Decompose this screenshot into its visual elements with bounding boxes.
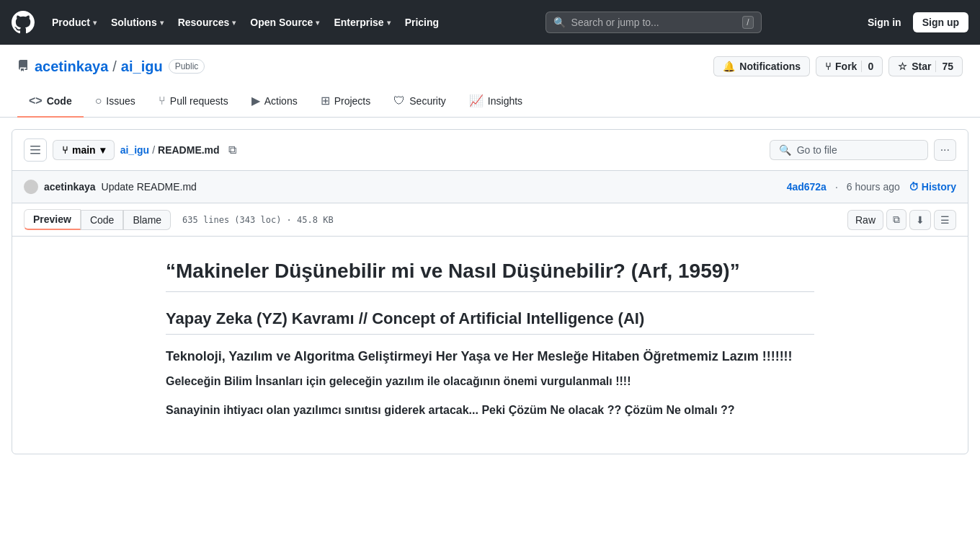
chevron-down-icon: ▾ bbox=[100, 144, 105, 156]
fork-button[interactable]: ⑂ Fork 0 bbox=[816, 56, 883, 76]
history-link[interactable]: ⏱ History bbox=[909, 181, 956, 193]
notifications-button[interactable]: 🔔 Notifications bbox=[713, 56, 810, 76]
code-button[interactable]: Code bbox=[81, 210, 123, 230]
tab-code-label: Code bbox=[47, 95, 72, 107]
branch-name: main bbox=[72, 144, 96, 156]
tab-security[interactable]: 🛡 Security bbox=[382, 85, 458, 118]
tab-security-label: Security bbox=[409, 95, 446, 107]
repo-tabs: <> Code ○ Issues ⑂ Pull requests ▶ Actio… bbox=[17, 85, 963, 117]
file-repo-link[interactable]: ai_igu bbox=[120, 144, 149, 156]
fork-label: Fork bbox=[835, 61, 857, 72]
history-label: History bbox=[922, 181, 956, 193]
repo-content: ⑂ main ▾ ai_igu / README.md ⧉ 🔍 Go to fi… bbox=[12, 129, 968, 454]
sidebar-toggle[interactable] bbox=[24, 138, 47, 162]
content-area: ⑂ main ▾ ai_igu / README.md ⧉ 🔍 Go to fi… bbox=[0, 118, 980, 551]
commit-message: Update README.md bbox=[102, 181, 197, 193]
top-navigation: Product ▾ Solutions ▾ Resources ▾ Open S… bbox=[0, 0, 980, 45]
star-count[interactable]: 75 bbox=[935, 61, 953, 72]
notifications-label: Notifications bbox=[739, 61, 801, 72]
star-button[interactable]: ☆ Star 75 bbox=[888, 56, 963, 76]
code-toolbar: Preview Code Blame 635 lines (343 loc) ·… bbox=[12, 203, 968, 237]
branch-icon: ⑂ bbox=[62, 144, 68, 156]
chevron-down-icon: ▾ bbox=[316, 19, 319, 27]
search-shortcut: / bbox=[742, 16, 753, 29]
search-icon: 🔍 bbox=[779, 144, 791, 156]
copy-raw-button[interactable]: ⧉ bbox=[886, 209, 906, 230]
tab-actions-label: Actions bbox=[264, 95, 298, 107]
tab-issues[interactable]: ○ Issues bbox=[84, 85, 147, 118]
search-input[interactable] bbox=[571, 17, 737, 28]
auth-buttons: Sign in Sign up bbox=[862, 12, 968, 32]
actions-icon: ▶ bbox=[251, 94, 260, 107]
commit-row: acetinkaya Update README.md 4ad672a · 6 … bbox=[12, 171, 968, 203]
fork-count[interactable]: 0 bbox=[861, 61, 873, 72]
commit-author[interactable]: acetinkaya bbox=[44, 181, 96, 193]
star-icon: ☆ bbox=[898, 61, 907, 72]
nav-pricing-label: Pricing bbox=[405, 17, 439, 28]
nav-pricing[interactable]: Pricing bbox=[399, 12, 445, 32]
commit-time-label: 6 hours ago bbox=[847, 181, 900, 193]
branch-selector[interactable]: ⑂ main ▾ bbox=[53, 140, 115, 160]
nav-enterprise-label: Enterprise bbox=[334, 17, 383, 28]
readme-p1: Geleceğin Bilim İnsanları için geleceğin… bbox=[166, 373, 814, 390]
sign-up-button[interactable]: Sign up bbox=[913, 12, 968, 32]
nav-resources-label: Resources bbox=[178, 17, 230, 28]
blame-button[interactable]: Blame bbox=[123, 210, 171, 230]
history-icon: ⏱ bbox=[909, 181, 919, 193]
more-options-button[interactable]: ··· bbox=[934, 139, 956, 161]
copy-path-button[interactable]: ⧉ bbox=[226, 142, 239, 158]
repo-header: acetinkaya / ai_igu Public 🔔 Notificatio… bbox=[0, 45, 980, 118]
tab-pr-label: Pull requests bbox=[170, 95, 228, 107]
tab-code[interactable]: <> Code bbox=[17, 85, 84, 118]
nav-solutions[interactable]: Solutions ▾ bbox=[105, 12, 169, 32]
search-icon: 🔍 bbox=[553, 17, 566, 28]
nav-open-source-label: Open Source bbox=[250, 17, 313, 28]
repo-owner-link[interactable]: acetinkaya bbox=[35, 58, 108, 75]
tab-actions[interactable]: ▶ Actions bbox=[240, 85, 309, 118]
repo-name-link[interactable]: ai_igu bbox=[121, 58, 163, 75]
readme-content: “Makineler Düşünebilir mi ve Nasıl Düşün… bbox=[137, 237, 843, 454]
chevron-down-icon: ▾ bbox=[232, 19, 236, 27]
file-path: ai_igu / README.md bbox=[120, 144, 220, 156]
tab-pullrequests[interactable]: ⑂ Pull requests bbox=[147, 85, 240, 118]
chevron-down-icon: ▾ bbox=[160, 19, 164, 27]
search-bar: 🔍 / bbox=[456, 12, 850, 33]
nav-product-label: Product bbox=[52, 17, 90, 28]
svg-point-0 bbox=[28, 182, 34, 188]
download-button[interactable]: ⬇ bbox=[909, 210, 931, 230]
go-to-file-label: Go to file bbox=[797, 144, 837, 156]
raw-actions: Raw ⧉ ⬇ ☰ bbox=[847, 209, 956, 230]
preview-button[interactable]: Preview bbox=[24, 209, 81, 230]
commit-time: · bbox=[835, 181, 838, 193]
repo-actions: 🔔 Notifications ⑂ Fork 0 ☆ Star 75 bbox=[713, 56, 963, 76]
breadcrumb: acetinkaya / ai_igu bbox=[35, 58, 163, 75]
repo-icon bbox=[17, 60, 29, 74]
tab-projects[interactable]: ⊞ Projects bbox=[309, 85, 383, 118]
outline-button[interactable]: ☰ bbox=[934, 210, 956, 230]
raw-button[interactable]: Raw bbox=[847, 210, 883, 230]
visibility-badge: Public bbox=[169, 59, 205, 74]
tab-insights[interactable]: 📈 Insights bbox=[458, 85, 534, 118]
pr-icon: ⑂ bbox=[159, 94, 166, 107]
commit-sha-link[interactable]: 4ad672a bbox=[787, 181, 827, 193]
projects-icon: ⊞ bbox=[321, 94, 330, 107]
file-stats: 635 lines (343 loc) · 45.8 KB bbox=[182, 215, 334, 225]
nav-open-source[interactable]: Open Source ▾ bbox=[244, 12, 325, 32]
sign-in-button[interactable]: Sign in bbox=[862, 13, 907, 32]
go-to-file-button[interactable]: 🔍 Go to file bbox=[770, 140, 928, 160]
fork-icon: ⑂ bbox=[825, 61, 831, 72]
svg-point-1 bbox=[26, 189, 36, 194]
nav-enterprise[interactable]: Enterprise ▾ bbox=[328, 12, 396, 32]
tab-insights-label: Insights bbox=[488, 95, 522, 107]
readme-h2: Yapay Zeka (YZ) Kavramı // Concept of Ar… bbox=[166, 309, 814, 335]
search-input-wrap[interactable]: 🔍 / bbox=[545, 12, 762, 33]
file-name: README.md bbox=[158, 144, 220, 156]
chevron-down-icon: ▾ bbox=[93, 19, 97, 27]
nav-solutions-label: Solutions bbox=[111, 17, 157, 28]
tab-issues-label: Issues bbox=[106, 95, 135, 107]
bell-icon: 🔔 bbox=[723, 61, 735, 72]
code-icon: <> bbox=[29, 94, 43, 107]
nav-product[interactable]: Product ▾ bbox=[46, 12, 102, 32]
github-logo[interactable] bbox=[12, 11, 35, 34]
nav-resources[interactable]: Resources ▾ bbox=[172, 12, 242, 32]
